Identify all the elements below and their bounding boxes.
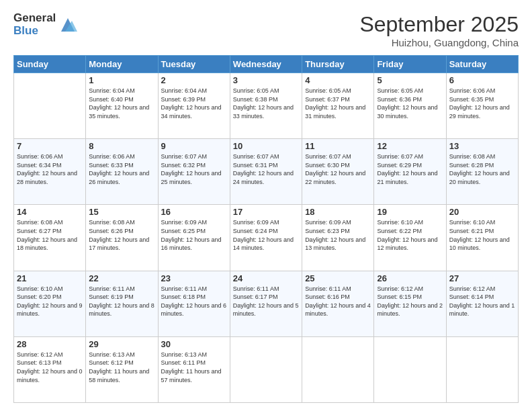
calendar-cell: 12Sunrise: 6:07 AMSunset: 6:29 PMDayligh… xyxy=(374,139,446,205)
calendar-cell xyxy=(302,336,374,402)
calendar-cell: 25Sunrise: 6:11 AMSunset: 6:16 PMDayligh… xyxy=(302,271,374,336)
calendar-week-1: 7Sunrise: 6:06 AMSunset: 6:34 PMDaylight… xyxy=(14,139,519,205)
logo: General Blue xyxy=(13,12,77,37)
calendar-cell: 18Sunrise: 6:09 AMSunset: 6:23 PMDayligh… xyxy=(302,205,374,271)
calendar-cell: 23Sunrise: 6:11 AMSunset: 6:18 PMDayligh… xyxy=(158,271,230,336)
title-block: September 2025 Huizhou, Guangdong, China xyxy=(359,12,519,48)
day-info: Sunrise: 6:10 AMSunset: 6:21 PMDaylight:… xyxy=(449,218,515,252)
day-info: Sunrise: 6:07 AMSunset: 6:30 PMDaylight:… xyxy=(305,152,371,186)
month-title: September 2025 xyxy=(359,12,519,37)
day-number: 5 xyxy=(377,75,443,85)
day-number: 22 xyxy=(89,273,154,283)
day-info: Sunrise: 6:06 AMSunset: 6:33 PMDaylight:… xyxy=(89,152,154,186)
day-info: Sunrise: 6:12 AMSunset: 6:13 PMDaylight:… xyxy=(17,351,83,384)
calendar-cell: 15Sunrise: 6:08 AMSunset: 6:26 PMDayligh… xyxy=(86,205,158,271)
calendar-week-3: 21Sunrise: 6:10 AMSunset: 6:20 PMDayligh… xyxy=(14,271,519,336)
calendar-cell: 10Sunrise: 6:07 AMSunset: 6:31 PMDayligh… xyxy=(230,139,302,205)
day-info: Sunrise: 6:07 AMSunset: 6:31 PMDaylight:… xyxy=(233,152,299,186)
day-number: 21 xyxy=(17,273,83,283)
calendar-cell: 19Sunrise: 6:10 AMSunset: 6:22 PMDayligh… xyxy=(374,205,446,271)
calendar-cell: 13Sunrise: 6:08 AMSunset: 6:28 PMDayligh… xyxy=(446,139,518,205)
day-info: Sunrise: 6:12 AMSunset: 6:15 PMDaylight:… xyxy=(377,285,443,318)
calendar-cell: 29Sunrise: 6:13 AMSunset: 6:12 PMDayligh… xyxy=(86,336,158,402)
day-number: 9 xyxy=(161,141,227,151)
day-info: Sunrise: 6:05 AMSunset: 6:37 PMDaylight:… xyxy=(305,87,371,120)
weekday-header-wednesday: Wednesday xyxy=(230,56,302,73)
day-number: 25 xyxy=(305,273,371,283)
calendar-cell: 22Sunrise: 6:11 AMSunset: 6:19 PMDayligh… xyxy=(86,271,158,336)
calendar-cell: 27Sunrise: 6:12 AMSunset: 6:14 PMDayligh… xyxy=(446,271,518,336)
day-info: Sunrise: 6:12 AMSunset: 6:14 PMDaylight:… xyxy=(449,285,515,318)
header: General Blue September 2025 Huizhou, Gua… xyxy=(13,12,519,48)
calendar-cell: 8Sunrise: 6:06 AMSunset: 6:33 PMDaylight… xyxy=(86,139,158,205)
day-number: 27 xyxy=(449,273,515,283)
calendar-cell: 24Sunrise: 6:11 AMSunset: 6:17 PMDayligh… xyxy=(230,271,302,336)
day-info: Sunrise: 6:11 AMSunset: 6:19 PMDaylight:… xyxy=(89,285,154,318)
calendar-cell: 3Sunrise: 6:05 AMSunset: 6:38 PMDaylight… xyxy=(230,73,302,139)
day-info: Sunrise: 6:08 AMSunset: 6:27 PMDaylight:… xyxy=(17,218,83,252)
day-info: Sunrise: 6:11 AMSunset: 6:17 PMDaylight:… xyxy=(233,285,299,318)
day-number: 30 xyxy=(161,339,227,349)
day-number: 17 xyxy=(233,207,299,217)
calendar-cell: 2Sunrise: 6:04 AMSunset: 6:39 PMDaylight… xyxy=(158,73,230,139)
day-number: 26 xyxy=(377,273,443,283)
day-info: Sunrise: 6:13 AMSunset: 6:12 PMDaylight:… xyxy=(89,351,154,384)
calendar-cell: 9Sunrise: 6:07 AMSunset: 6:32 PMDaylight… xyxy=(158,139,230,205)
weekday-header-row: SundayMondayTuesdayWednesdayThursdayFrid… xyxy=(14,56,519,73)
day-info: Sunrise: 6:09 AMSunset: 6:24 PMDaylight:… xyxy=(233,218,299,252)
logo-icon xyxy=(58,15,77,34)
day-number: 19 xyxy=(377,207,443,217)
calendar-cell: 17Sunrise: 6:09 AMSunset: 6:24 PMDayligh… xyxy=(230,205,302,271)
calendar-week-2: 14Sunrise: 6:08 AMSunset: 6:27 PMDayligh… xyxy=(14,205,519,271)
calendar-cell: 1Sunrise: 6:04 AMSunset: 6:40 PMDaylight… xyxy=(86,73,158,139)
day-number: 24 xyxy=(233,273,299,283)
weekday-header-sunday: Sunday xyxy=(14,56,86,73)
day-info: Sunrise: 6:10 AMSunset: 6:22 PMDaylight:… xyxy=(377,218,443,252)
calendar-cell: 26Sunrise: 6:12 AMSunset: 6:15 PMDayligh… xyxy=(374,271,446,336)
calendar-cell xyxy=(446,336,518,402)
calendar-cell: 7Sunrise: 6:06 AMSunset: 6:34 PMDaylight… xyxy=(14,139,86,205)
day-info: Sunrise: 6:06 AMSunset: 6:35 PMDaylight:… xyxy=(449,87,515,120)
day-info: Sunrise: 6:04 AMSunset: 6:40 PMDaylight:… xyxy=(89,87,154,120)
day-number: 2 xyxy=(161,75,227,85)
day-info: Sunrise: 6:05 AMSunset: 6:36 PMDaylight:… xyxy=(377,87,443,120)
day-number: 18 xyxy=(305,207,371,217)
day-info: Sunrise: 6:04 AMSunset: 6:39 PMDaylight:… xyxy=(161,87,227,120)
calendar-cell: 11Sunrise: 6:07 AMSunset: 6:30 PMDayligh… xyxy=(302,139,374,205)
calendar-cell: 30Sunrise: 6:13 AMSunset: 6:11 PMDayligh… xyxy=(158,336,230,402)
calendar-table: SundayMondayTuesdayWednesdayThursdayFrid… xyxy=(13,55,519,403)
calendar-cell: 6Sunrise: 6:06 AMSunset: 6:35 PMDaylight… xyxy=(446,73,518,139)
day-number: 23 xyxy=(161,273,227,283)
weekday-header-saturday: Saturday xyxy=(446,56,518,73)
calendar-week-4: 28Sunrise: 6:12 AMSunset: 6:13 PMDayligh… xyxy=(14,336,519,402)
day-info: Sunrise: 6:09 AMSunset: 6:23 PMDaylight:… xyxy=(305,218,371,252)
day-info: Sunrise: 6:06 AMSunset: 6:34 PMDaylight:… xyxy=(17,152,83,186)
day-info: Sunrise: 6:10 AMSunset: 6:20 PMDaylight:… xyxy=(17,285,83,318)
day-number: 13 xyxy=(449,141,515,151)
calendar-cell: 21Sunrise: 6:10 AMSunset: 6:20 PMDayligh… xyxy=(14,271,86,336)
logo-blue-text: Blue xyxy=(13,25,56,38)
day-number: 20 xyxy=(449,207,515,217)
day-number: 4 xyxy=(305,75,371,85)
day-number: 29 xyxy=(89,339,154,349)
day-number: 6 xyxy=(449,75,515,85)
day-number: 11 xyxy=(305,141,371,151)
day-info: Sunrise: 6:08 AMSunset: 6:26 PMDaylight:… xyxy=(89,218,154,252)
day-number: 16 xyxy=(161,207,227,217)
day-number: 15 xyxy=(89,207,154,217)
calendar-cell: 5Sunrise: 6:05 AMSunset: 6:36 PMDaylight… xyxy=(374,73,446,139)
day-info: Sunrise: 6:07 AMSunset: 6:32 PMDaylight:… xyxy=(161,152,227,186)
day-number: 14 xyxy=(17,207,83,217)
day-info: Sunrise: 6:08 AMSunset: 6:28 PMDaylight:… xyxy=(449,152,515,186)
day-number: 12 xyxy=(377,141,443,151)
day-number: 7 xyxy=(17,141,83,151)
calendar-cell: 14Sunrise: 6:08 AMSunset: 6:27 PMDayligh… xyxy=(14,205,86,271)
day-info: Sunrise: 6:05 AMSunset: 6:38 PMDaylight:… xyxy=(233,87,299,120)
weekday-header-thursday: Thursday xyxy=(302,56,374,73)
day-info: Sunrise: 6:09 AMSunset: 6:25 PMDaylight:… xyxy=(161,218,227,252)
day-number: 8 xyxy=(89,141,154,151)
day-info: Sunrise: 6:13 AMSunset: 6:11 PMDaylight:… xyxy=(161,351,227,384)
page: General Blue September 2025 Huizhou, Gua… xyxy=(0,0,532,411)
day-info: Sunrise: 6:11 AMSunset: 6:16 PMDaylight:… xyxy=(305,285,371,318)
weekday-header-monday: Monday xyxy=(86,56,158,73)
